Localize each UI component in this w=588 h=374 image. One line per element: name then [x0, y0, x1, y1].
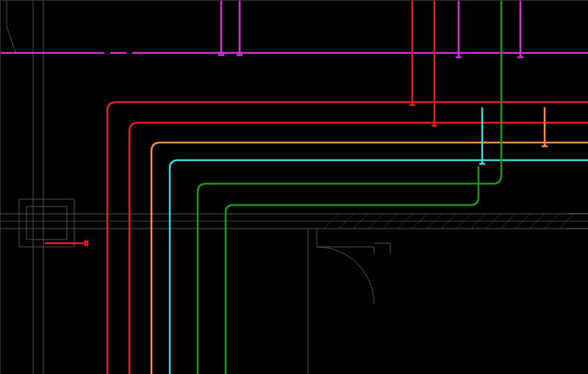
pipe-cyan-stub: [479, 107, 485, 164]
pipe-orange-stub: [542, 107, 548, 146]
pipe-magenta-stub-1: [218, 1, 224, 55]
box-left: [19, 199, 74, 247]
structural-layer: [1, 1, 588, 374]
cad-viewport[interactable]: [0, 0, 588, 374]
pipe-red-stub-r2: [431, 1, 437, 126]
pipe-cyan: [170, 160, 588, 374]
drawing-svg: [1, 1, 588, 374]
pipe-hops: [104, 51, 173, 160]
door-opening: [308, 229, 390, 374]
piping-layer: [1, 1, 588, 374]
drop-left: [7, 1, 15, 52]
pipe-magenta-stub-2: [237, 1, 243, 55]
wall-left-v: [33, 1, 43, 374]
pipe-magenta-stub-4: [517, 1, 523, 57]
pipe-green-inner: [226, 166, 478, 374]
pipe-magenta-stub-3: [456, 1, 462, 57]
pipe-red-small-stub: [45, 240, 87, 246]
pipe-orange: [151, 143, 588, 374]
